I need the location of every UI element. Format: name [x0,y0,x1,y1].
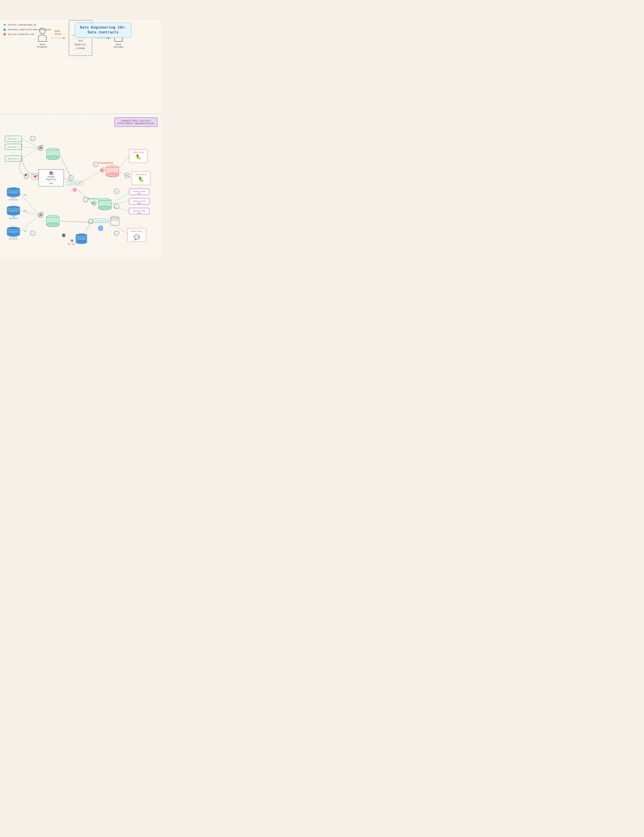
service1-label: Service 1 [8,138,19,140]
db-ellipsis: ... [11,224,16,226]
topic-cylinder-top [46,148,59,160]
num7-text: 7. [115,206,118,208]
num2-top-text: 2. [31,138,34,140]
data-warehouse [76,234,87,244]
connector-icon: ✖ [70,238,74,244]
svg-rect-0 [3,29,4,31]
raw-data-arrow-svg [51,36,66,40]
num2-bottom-text: 2. [31,233,34,235]
cdc-label1: CDC [23,194,27,196]
validation-to-snowflake [82,221,93,235]
svg-text:S: S [4,34,5,35]
finance-database [7,227,20,236]
kafka-icon-bottom: ⚙ [38,212,43,218]
raw-data-arrow: RawData [51,30,66,40]
finance-db-label: Finance [10,236,17,238]
validation-text-bottom: Validation [95,220,107,222]
svg-marker-5 [63,37,66,39]
airflow-icon: 🌀 [98,225,104,231]
contract-sla: SLA [72,39,89,43]
svg-point-32 [7,230,20,233]
validated-to-app1 [111,192,129,204]
servicen-label: Service n [8,158,19,160]
crm-db-label2: Database [9,217,18,220]
substack-link[interactable]: S swirlai.substack.com [3,33,51,36]
downstream-app2-label2: App [138,202,141,205]
user-db-label2: Database [9,199,18,201]
kafka-bottom-to-validation [59,221,90,222]
num3-text: 3. [70,177,72,179]
contract-semantics: Semantics [72,43,89,46]
sn-to-kafka [22,149,39,159]
s2-to-kafka [22,147,39,148]
cdc-label3: CDC [23,230,27,232]
bottom-section: Example Data ContractEnforcement Impleme… [0,114,161,259]
kafka-icon-top: ⚙ [38,145,43,151]
substack-text: swirlai.substack.com [8,33,34,36]
num6-text: 6. [115,190,118,193]
topic-cylinder-bottom [46,215,59,227]
top-section: 🐦 twitter.com/Aurimas_Gr linkedin.com/in… [0,20,161,114]
sla-label: SLA [49,182,53,185]
example-label: Example Data ContractEnforcement Impleme… [115,117,157,127]
crm-db-label: CRM [12,215,15,217]
svg-point-24 [7,190,20,194]
bottom-diagram-svg: Service 1 Service 2 ... Service n 2. ⚙ [2,126,161,252]
crm-database [7,206,20,215]
user-database [7,187,20,197]
service-ellipsis: ... [11,151,16,154]
consumer-label: DataConsumer [113,43,124,48]
snowflake-icon: ❄️ [62,232,66,239]
contract-items: Schema SLA Semantics Lineage ... [72,35,89,54]
validation-text: Validation [69,182,81,184]
user-db-label: User [11,197,16,199]
svg-point-55 [101,169,104,172]
recovery-label: Recovery [136,173,146,176]
num5-text: 5. [84,199,87,201]
alerting-label-top: Alerting [133,151,144,154]
title-text: Data Engineering 101: Data Contracts [80,25,126,35]
alerting-label-bottom: Alerting [131,230,142,233]
twitter-link[interactable]: 🐦 twitter.com/Aurimas_Gr [3,23,51,26]
service2-label: Service 2 [8,146,19,148]
svg-point-64 [93,203,96,206]
svg-point-1 [3,28,4,29]
slack-icon: 💬 [134,235,140,241]
linkedin-link[interactable]: linkedin.com/in/aurimas-griciunas [3,28,51,31]
storage-bucket [111,217,119,225]
invalidated-to-recovery [119,171,132,178]
svg-point-46 [76,237,87,240]
svg-text:⚙: ⚙ [40,147,41,149]
validated-to-app3 [111,206,129,211]
invalidated-text: Invalidated [98,162,113,164]
invalidated-cylinder [106,166,119,177]
schema-label: Schema [48,176,55,178]
num4-text: 4. [94,164,97,166]
validated-to-app2 [111,201,129,204]
alerting-icon-top: 🦜 [136,154,141,160]
linkedin-text: linkedin.com/in/aurimas-griciunas [8,28,51,31]
page-wrapper: 🐦 twitter.com/Aurimas_Gr linkedin.com/in… [0,20,161,259]
twitter-icon: 🐦 [3,23,7,26]
cdc-label2: CDC [23,210,27,212]
sn-to-github [19,159,26,176]
svg-point-28 [7,209,20,212]
downstream-app3-label2: App [138,212,141,214]
twitter-text: twitter.com/Aurimas_Gr [8,24,36,26]
registry-label: Registry [46,178,56,181]
s1-to-kafka [22,139,39,148]
contract-more: ... [72,50,89,54]
num8-text: 8. [89,221,92,223]
downstream-app1-label2: App [138,192,141,195]
linkedin-icon [3,28,7,31]
raw-data-label: RawData [55,30,61,36]
validation-icon: 🌸 [72,187,78,193]
invalidated-to-alerting [119,157,129,167]
contract-lineage: Lineage [72,46,89,50]
svg-point-45 [76,240,87,244]
title-box: Data Engineering 101: Data Contracts [75,23,131,38]
s1-to-schema [21,139,39,175]
db3-to-kafka [20,216,39,231]
num9-text: 9. [115,233,118,235]
validated-cylinder [98,199,111,210]
